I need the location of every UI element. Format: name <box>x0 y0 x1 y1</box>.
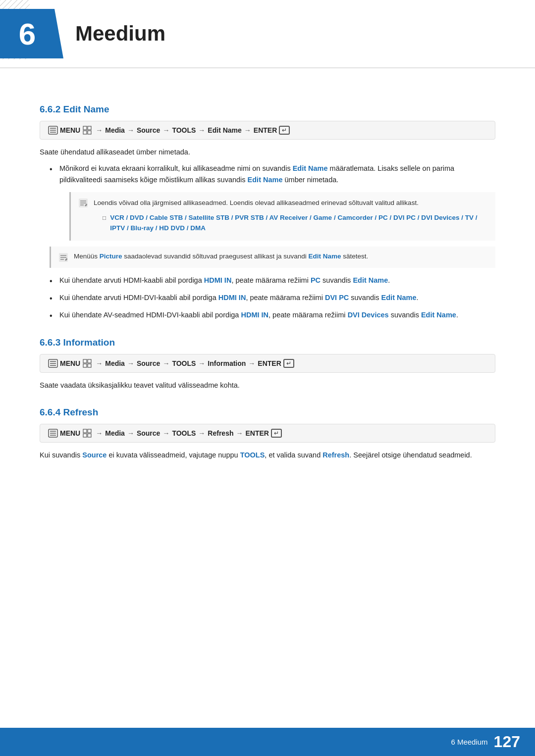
main-content: 6.6.2 Edit Name MENU → Media → Source → … <box>0 83 535 486</box>
highlight-edit-name-5: Edit Name <box>421 311 456 319</box>
nav-tools-664: TOOLS <box>172 429 196 437</box>
svg-rect-7 <box>88 126 91 130</box>
note-box-picture: Menüüs Picture saadaolevad suvandid sõlt… <box>50 247 495 268</box>
menu-icon-664 <box>48 429 58 438</box>
svg-rect-27 <box>88 364 91 367</box>
section-663-intro: Saate vaadata üksikasjalikku teavet vali… <box>40 380 495 391</box>
highlight-dvi-devices: DVI Devices <box>348 311 389 319</box>
highlight-tools-664: TOOLS <box>240 451 265 459</box>
menu-grid-icon-663 <box>83 359 92 368</box>
highlight-source-664: Source <box>82 451 107 459</box>
nav-refresh: Refresh <box>208 429 233 437</box>
nav-enter-664: ENTER <box>246 429 269 437</box>
highlight-edit-name-3: Edit Name <box>353 276 388 284</box>
extra-bullet-2: Kui ühendate arvuti HDMI-DVI-kaabli abil… <box>50 292 495 303</box>
nav-information: Information <box>208 359 246 367</box>
chapter-header: 6 Meedium <box>0 0 535 68</box>
nav-path-663: MENU → Media → Source → TOOLS → Informat… <box>40 354 495 373</box>
svg-rect-25 <box>88 359 91 363</box>
svg-rect-24 <box>83 359 87 363</box>
highlight-edit-name-1: Edit Name <box>293 164 328 172</box>
pencil-icon-2 <box>58 252 69 263</box>
section-662-intro: Saate ühendatud allikaseadet ümber nimet… <box>40 147 495 158</box>
menu-icon <box>48 126 58 135</box>
extra-bullet-3: Kui ühendate AV-seadmed HDMI-DVI-kaabli … <box>50 309 495 321</box>
nav-arrow: → <box>244 126 251 134</box>
nav-path-664: MENU → Media → Source → TOOLS → Refresh … <box>40 424 495 443</box>
nav-source-663: Source <box>137 359 160 367</box>
menu-icon-663 <box>48 359 58 368</box>
nav-path-662: MENU → Media → Source → TOOLS → Edit Nam… <box>40 121 495 140</box>
nav-tools-662: TOOLS <box>172 126 196 134</box>
svg-rect-34 <box>83 434 87 437</box>
nav-enter-663: ENTER <box>258 359 281 367</box>
nav-arrow: → <box>96 126 103 134</box>
nav-arrow: → <box>162 126 169 134</box>
footer-chapter-label: 6 Meedium <box>451 738 487 746</box>
highlight-edit-name-4: Edit Name <box>381 294 417 302</box>
nav-menu-664: MENU <box>60 429 80 437</box>
bullet-list-662: Mõnikord ei kuvata ekraani korralikult, … <box>50 163 495 241</box>
extra-bullet-1: Kui ühendate arvuti HDMI-kaabli abil por… <box>50 275 495 286</box>
enter-icon-663: ↵ <box>283 359 294 368</box>
highlight-edit-name-note: Edit Name <box>309 252 341 260</box>
sub-bullet-list: VCR / DVD / Cable STB / Satellite STB / … <box>103 212 488 234</box>
nav-menu-label: MENU <box>60 126 80 134</box>
highlight-hdmi-in-3: HDMI IN <box>241 311 268 319</box>
chapter-title: Meedium <box>75 22 165 46</box>
highlight-hdmi-in-1: HDMI IN <box>204 276 232 284</box>
menu-grid-icon <box>83 126 92 135</box>
note-content-1: Loendis võivad olla järgmised allikasead… <box>94 197 488 236</box>
svg-rect-35 <box>88 434 91 437</box>
highlight-pc: PC <box>311 276 321 284</box>
highlight-edit-name-2: Edit Name <box>248 176 283 184</box>
nav-editname: Edit Name <box>208 126 241 134</box>
svg-rect-32 <box>83 429 87 433</box>
svg-rect-9 <box>88 131 91 134</box>
note-text-1: Loendis võivad olla järgmised allikasead… <box>94 199 419 206</box>
svg-rect-33 <box>88 429 91 433</box>
nav-enter-662: ENTER <box>254 126 277 134</box>
nav-tools-663: TOOLS <box>172 359 196 367</box>
sub-bullet-item-1: VCR / DVD / Cable STB / Satellite STB / … <box>103 212 488 234</box>
highlight-picture: Picture <box>100 252 122 260</box>
svg-rect-6 <box>83 126 87 130</box>
nav-menu-663: MENU <box>60 359 80 367</box>
bullet-1-text: Mõnikord ei kuvata ekraani korralikult, … <box>59 164 454 184</box>
nav-arrow: → <box>198 126 205 134</box>
highlight-refresh-664: Refresh <box>322 451 349 459</box>
nav-source-664: Source <box>137 429 160 437</box>
page: 6 Meedium 6.6.2 Edit Name MENU → Media <box>0 0 535 756</box>
note-text-picture: Menüüs Picture saadaolevad suvandid sõlt… <box>74 252 368 261</box>
highlight-hdmi-in-2: HDMI IN <box>218 294 246 302</box>
enter-icon-664: ↵ <box>271 429 282 438</box>
nav-media-663: Media <box>105 359 125 367</box>
svg-rect-8 <box>83 131 87 134</box>
svg-rect-26 <box>83 364 87 367</box>
menu-grid-icon-664 <box>83 429 92 438</box>
section-664-heading: 6.6.4 Refresh <box>40 407 495 418</box>
note-box-1: Loendis võivad olla järgmised allikasead… <box>69 192 495 241</box>
enter-icon-662: ↵ <box>279 126 290 135</box>
extra-bullet-list-662: Kui ühendate arvuti HDMI-kaabli abil por… <box>50 275 495 321</box>
page-number: 127 <box>494 733 520 751</box>
pencil-icon-1 <box>78 198 89 208</box>
nav-source-662: Source <box>137 126 160 134</box>
section-662-heading: 6.6.2 Edit Name <box>40 104 495 115</box>
chapter-number: 6 <box>0 9 54 58</box>
bullet-item-1: Mõnikord ei kuvata ekraani korralikult, … <box>50 163 495 241</box>
section-663-heading: 6.6.3 Information <box>40 337 495 348</box>
section-664-intro: Kui suvandis Source ei kuvata välisseadm… <box>40 450 495 461</box>
nav-arrow: → <box>127 126 134 134</box>
nav-media: Media <box>105 126 125 134</box>
highlight-dvi-pc: DVI PC <box>325 294 349 302</box>
page-footer: 6 Meedium 127 <box>0 728 535 756</box>
sub-bullet-text-1: VCR / DVD / Cable STB / Satellite STB / … <box>110 212 488 234</box>
nav-media-664: Media <box>105 429 125 437</box>
